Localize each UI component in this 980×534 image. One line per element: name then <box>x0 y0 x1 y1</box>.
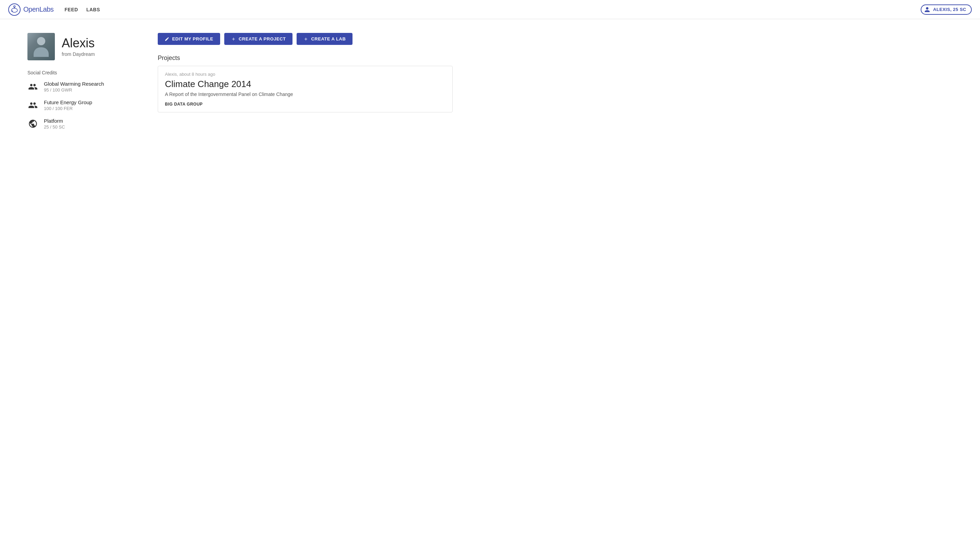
credit-item-gwr: Global Warming Research 95 / 100 GWR <box>27 81 137 92</box>
credit-name-sc: Platform <box>44 118 65 124</box>
svg-point-3 <box>14 5 16 7</box>
project-description: A Report of the Intergovernmental Panel … <box>165 92 445 97</box>
create-lab-button[interactable]: CREATE A LAB <box>297 33 353 45</box>
main-content: Alexis from Daydream Social Credits Glob… <box>0 19 480 150</box>
action-buttons: EDIT MY PROFILE CREATE A PROJECT CREATE … <box>158 33 453 45</box>
svg-point-1 <box>11 8 18 12</box>
credit-name-fer: Future Energy Group <box>44 99 92 105</box>
project-title: Climate Change 2014 <box>165 79 445 89</box>
edit-icon <box>165 37 169 41</box>
nav-labs[interactable]: LABS <box>86 7 100 12</box>
group-icon <box>28 100 38 110</box>
user-menu-button[interactable]: ALEXIS, 25 SC <box>921 5 972 15</box>
credit-info-sc: Platform 25 / 50 SC <box>44 118 65 130</box>
edit-profile-button[interactable]: EDIT MY PROFILE <box>158 33 220 45</box>
credit-score-sc: 25 / 50 SC <box>44 124 65 130</box>
profile-header: Alexis from Daydream <box>27 33 137 60</box>
globe-icon-sc <box>27 118 38 129</box>
credit-info-gwr: Global Warming Research 95 / 100 GWR <box>44 81 104 92</box>
nav: FEED LABS <box>64 7 921 12</box>
credit-item-fer: Future Energy Group 100 / 100 FER <box>27 99 137 111</box>
projects-section: Projects Alexis, about 8 hours ago Clima… <box>158 54 453 113</box>
logo-text: OpenLabs <box>23 5 54 13</box>
group-icon-gwr <box>27 81 38 92</box>
profile-name: Alexis <box>62 37 95 50</box>
left-panel: Alexis from Daydream Social Credits Glob… <box>27 33 137 137</box>
project-group: BIG DATA GROUP <box>165 102 445 106</box>
logo-icon <box>8 3 21 16</box>
user-label: ALEXIS, 25 SC <box>933 7 966 12</box>
globe-icon <box>28 119 38 129</box>
project-card[interactable]: Alexis, about 8 hours ago Climate Change… <box>158 66 453 113</box>
avatar <box>27 33 55 60</box>
right-panel: EDIT MY PROFILE CREATE A PROJECT CREATE … <box>158 33 453 137</box>
plus-icon-2 <box>304 37 308 41</box>
plus-icon <box>231 37 236 41</box>
group-icon-fer <box>27 100 38 111</box>
projects-title: Projects <box>158 54 453 62</box>
profile-from: from Daydream <box>62 51 95 57</box>
header: OpenLabs FEED LABS ALEXIS, 25 SC <box>0 0 980 19</box>
profile-name-area: Alexis from Daydream <box>62 37 95 57</box>
nav-feed[interactable]: FEED <box>64 7 78 12</box>
credit-score-gwr: 95 / 100 GWR <box>44 87 104 92</box>
user-icon <box>924 6 930 13</box>
project-meta: Alexis, about 8 hours ago <box>165 72 445 77</box>
svg-point-4 <box>12 10 13 11</box>
create-project-button[interactable]: CREATE A PROJECT <box>224 33 293 45</box>
credit-info-fer: Future Energy Group 100 / 100 FER <box>44 99 92 111</box>
social-credits-title: Social Credits <box>27 70 137 75</box>
group-icon <box>28 82 38 92</box>
credit-score-fer: 100 / 100 FER <box>44 106 92 111</box>
credit-item-sc: Platform 25 / 50 SC <box>27 118 137 130</box>
logo[interactable]: OpenLabs <box>8 3 54 16</box>
credit-name-gwr: Global Warming Research <box>44 81 104 87</box>
